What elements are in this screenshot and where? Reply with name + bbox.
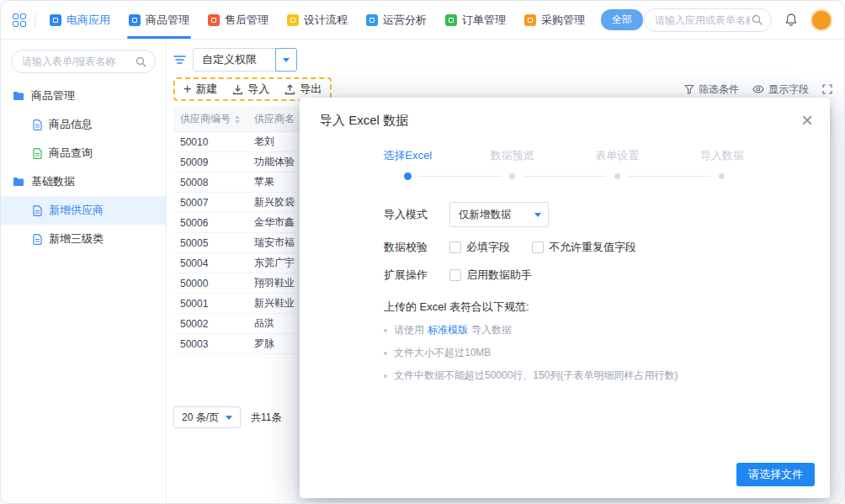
sidebar-item-new-supplier[interactable]: 新增供应商 [1, 196, 166, 225]
cell-supplier-id: 50004 [173, 257, 246, 269]
user-avatar[interactable] [810, 9, 832, 31]
product-management-icon [129, 14, 141, 26]
topbar-right-cluster [644, 8, 832, 32]
filter-conditions-button[interactable]: 筛选条件 [684, 82, 739, 97]
sidebar-group-product-management[interactable]: 商品管理 [1, 82, 166, 110]
required-fields-checkbox-group[interactable]: 必填字段 [449, 240, 510, 255]
sidebar-item-product-query[interactable]: 商品查询 [1, 139, 166, 167]
import-mode-select[interactable]: 仅新增数据 [449, 202, 549, 227]
choose-file-button[interactable]: 请选择文件 [736, 463, 815, 486]
nav-item-order-management[interactable]: 订单管理 [436, 1, 515, 39]
total-count: 共11条 [251, 411, 281, 425]
extend-operation-label: 扩展操作 [384, 268, 449, 283]
sidebar-search [11, 50, 156, 73]
sidebar: 商品管理 商品信息 商品查询 [1, 40, 167, 503]
data-assistant-checkbox-group[interactable]: 启用数据助手 [449, 268, 532, 283]
spec-item-rowlimit: 文件中数据不能超过50000行、150列(子表单明细同样占用行数) [384, 369, 830, 383]
page-size-value: 20 条/页 [182, 411, 219, 425]
spec-item-filesize: 文件大小不超过10MB [384, 346, 830, 360]
nav-item-operations-analysis[interactable]: 运营分析 [357, 1, 436, 39]
page-size-select[interactable]: 20 条/页 [173, 406, 241, 428]
chevron-down-icon [283, 58, 290, 62]
document-icon [33, 205, 42, 216]
tree-label: 商品查询 [49, 146, 93, 161]
nav-item-design-flow[interactable]: 设计流程 [278, 1, 357, 39]
checkbox-required-fields[interactable] [449, 241, 461, 253]
top-navigation-bar: 电商应用 商品管理 售后管理 设计流程 运营分析 订单管理 [1, 1, 844, 40]
close-icon[interactable]: × [801, 113, 813, 128]
permission-select[interactable]: 自定义权限 [193, 48, 276, 72]
search-icon[interactable] [136, 56, 146, 67]
apps-grid-icon[interactable] [13, 13, 26, 27]
import-icon [232, 84, 243, 95]
extend-operation-row: 扩展操作 启用数据助手 [384, 268, 830, 283]
standard-template-link[interactable]: 标准模版 [428, 323, 468, 337]
display-fields-button[interactable]: 显示字段 [752, 82, 809, 97]
step-dot [614, 173, 620, 179]
nav-item-aftersales-management[interactable]: 售后管理 [199, 1, 278, 39]
app-nav: 电商应用 商品管理 售后管理 设计流程 运营分析 订单管理 [40, 1, 594, 39]
cell-supplier-id: 50010 [173, 136, 246, 148]
checkbox-no-duplicate-fields[interactable] [532, 241, 544, 253]
notifications-bell-icon[interactable] [784, 13, 798, 27]
funnel-icon [684, 84, 694, 94]
fullscreen-icon[interactable] [822, 84, 832, 94]
nav-item-product-management[interactable]: 商品管理 [120, 1, 199, 39]
global-search-input[interactable] [653, 13, 752, 27]
nav-item-purchase-management[interactable]: 采购管理 [515, 1, 594, 39]
cell-supplier-id: 50005 [173, 237, 246, 249]
sidebar-item-new-third-category[interactable]: 新增三级类 [1, 225, 166, 253]
divider [35, 13, 35, 27]
document-icon [33, 148, 42, 159]
column-header-supplier-id[interactable]: 供应商编号 [173, 112, 246, 126]
global-search [644, 8, 772, 32]
cell-supplier-id: 50009 [173, 157, 246, 168]
export-icon [284, 84, 295, 95]
list-filter-icon[interactable] [173, 55, 186, 65]
bullet-icon [384, 374, 387, 378]
export-button[interactable]: 导出 [284, 82, 322, 97]
folder-icon [13, 177, 24, 187]
import-button-label: 导入 [247, 82, 269, 97]
permission-row: 自定义权限 [173, 46, 832, 73]
cell-supplier-id: 50007 [173, 197, 246, 209]
nav-item-ecommerce-app[interactable]: 电商应用 [40, 1, 120, 39]
order-management-icon [445, 14, 457, 26]
search-icon[interactable] [752, 14, 763, 25]
tree-label: 新增供应商 [49, 203, 104, 218]
nav-label: 运营分析 [383, 13, 427, 28]
step-select-excel[interactable]: 选择Excel [355, 149, 460, 180]
new-button-label: 新建 [195, 82, 217, 97]
all-apps-badge[interactable]: 全部 [601, 9, 643, 30]
sort-icon[interactable] [235, 115, 240, 124]
app-window: 电商应用 商品管理 售后管理 设计流程 运营分析 订单管理 [0, 0, 845, 504]
data-validation-row: 数据校验 必填字段 不允许重复值字段 [384, 240, 830, 255]
chevron-down-icon [226, 416, 232, 420]
document-icon [33, 119, 42, 130]
checkbox-data-assistant[interactable] [449, 269, 461, 281]
nav-label: 设计流程 [304, 13, 348, 28]
cell-supplier-id: 50008 [173, 177, 246, 188]
sidebar-search-input[interactable] [20, 55, 136, 68]
step-dot [404, 172, 412, 180]
cell-supplier-id: 50001 [173, 298, 246, 310]
no-duplicate-fields-checkbox-group[interactable]: 不允许重复值字段 [532, 240, 636, 255]
import-mode-label: 导入模式 [384, 207, 449, 222]
permission-select-value: 自定义权限 [202, 52, 257, 67]
operations-analysis-icon [366, 14, 378, 26]
tree-label: 商品信息 [49, 117, 93, 132]
sidebar-group-base-data[interactable]: 基础数据 [1, 167, 166, 196]
nav-label: 采购管理 [541, 13, 585, 28]
nav-label: 订单管理 [462, 13, 506, 28]
plus-icon: + [183, 84, 191, 94]
new-button[interactable]: + 新建 [183, 82, 217, 97]
import-button[interactable]: 导入 [232, 82, 269, 97]
nav-label: 售后管理 [225, 13, 268, 28]
modal-header: 导入 Excel 数据 × [300, 98, 830, 129]
document-icon [33, 234, 42, 245]
tree-label: 基础数据 [31, 174, 75, 189]
permission-select-caret[interactable] [275, 48, 297, 72]
sidebar-item-product-info[interactable]: 商品信息 [1, 110, 166, 139]
nav-label: 电商应用 [66, 13, 110, 28]
import-mode-row: 导入模式 仅新增数据 [384, 202, 830, 227]
